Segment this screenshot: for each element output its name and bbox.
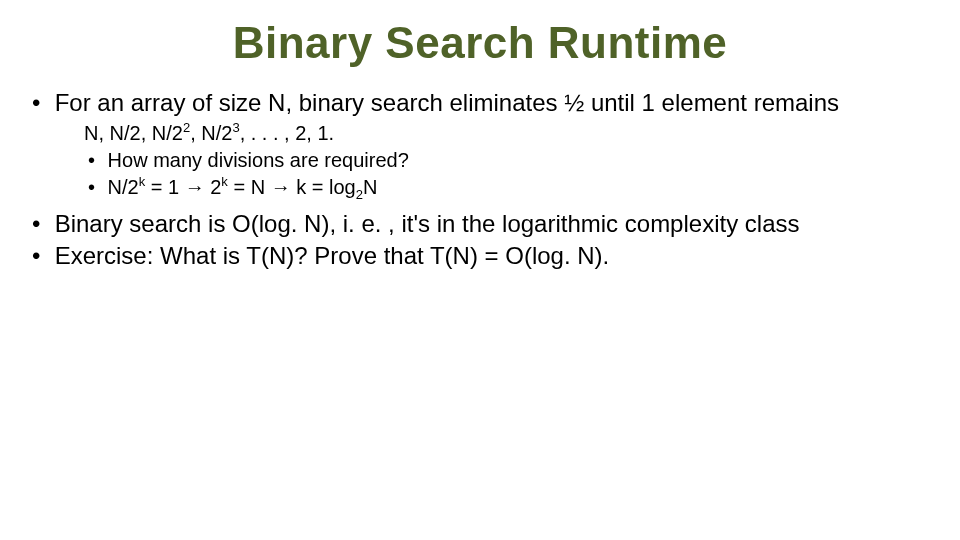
sub-bullet-plain: N, N/2, N/22, N/23, . . . , 2, 1. bbox=[84, 120, 932, 147]
slide: Binary Search Runtime For an array of si… bbox=[0, 0, 960, 540]
slide-title: Binary Search Runtime bbox=[28, 18, 932, 68]
bullet-text: Exercise: What is T(N)? Prove that T(N) … bbox=[55, 242, 610, 269]
arrow-icon: → bbox=[271, 176, 291, 198]
bullet-item-3: Exercise: What is T(N)? Prove that T(N) … bbox=[28, 241, 932, 271]
formula-text: N/2k = 1 → 2k = N → k = log2N bbox=[108, 176, 378, 198]
sub-bullet-text: How many divisions are required? bbox=[108, 149, 409, 171]
bullet-list: For an array of size N, binary search el… bbox=[28, 88, 932, 271]
bullet-text: For an array of size N, binary search el… bbox=[55, 89, 839, 116]
sequence-text: N, N/2, N/22, N/23, . . . , 2, 1. bbox=[84, 122, 334, 144]
bullet-item-1: For an array of size N, binary search el… bbox=[28, 88, 932, 201]
bullet-text: Binary search is O(log. N), i. e. , it's… bbox=[55, 210, 800, 237]
arrow-icon: → bbox=[185, 176, 205, 198]
sub-bullet-item-2: N/2k = 1 → 2k = N → k = log2N bbox=[84, 174, 932, 201]
sub-bullet-list-1: N, N/2, N/22, N/23, . . . , 2, 1. How ma… bbox=[84, 120, 932, 201]
bullet-item-2: Binary search is O(log. N), i. e. , it's… bbox=[28, 209, 932, 239]
sub-bullet-item-1: How many divisions are required? bbox=[84, 147, 932, 174]
